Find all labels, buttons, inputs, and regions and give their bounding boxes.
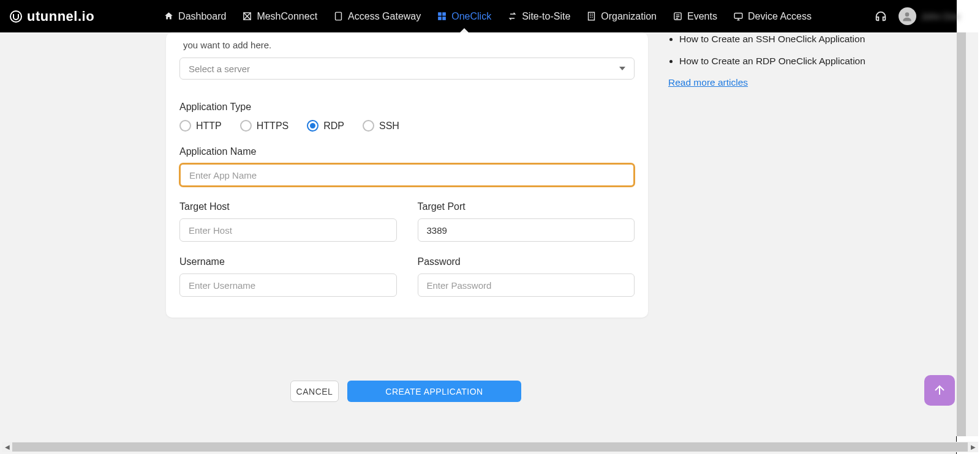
- nav-dashboard-label: Dashboard: [178, 11, 226, 22]
- server-select-placeholder: Select a server: [189, 64, 250, 74]
- nav-items: Dashboard MeshConnect Access Gateway One…: [156, 0, 820, 32]
- svg-rect-5: [438, 17, 442, 20]
- info-text: you want to add here.: [175, 32, 635, 58]
- top-nav: utunnel.io Dashboard MeshConnect Access …: [0, 0, 980, 32]
- password-label: Password: [418, 256, 635, 267]
- create-application-button[interactable]: CREATE APPLICATION: [347, 381, 521, 402]
- grid-icon: [437, 11, 447, 21]
- nav-meshconnect[interactable]: MeshConnect: [234, 0, 325, 32]
- arrow-up-icon: [932, 383, 947, 398]
- radio-https[interactable]: HTTPS: [240, 120, 288, 132]
- svg-point-0: [10, 11, 21, 22]
- create-button-label: CREATE APPLICATION: [385, 387, 483, 396]
- target-port-label: Target Port: [418, 201, 635, 212]
- nav-oneclick-label: OneClick: [451, 11, 491, 22]
- password-input[interactable]: [418, 274, 635, 297]
- form-card: you want to add here. Select a server Ap…: [166, 32, 648, 318]
- target-host-label: Target Host: [179, 201, 397, 212]
- scrollbar-thumb[interactable]: [957, 32, 966, 436]
- chevron-down-icon: [619, 67, 625, 70]
- svg-rect-2: [336, 12, 342, 20]
- nav-events-label: Events: [687, 11, 717, 22]
- app-type-radios: HTTP HTTPS RDP SSH: [179, 120, 635, 132]
- nav-sitetosite-label: Site-to-Site: [522, 11, 570, 22]
- brand-text: utunnel.io: [27, 9, 94, 24]
- help-panel: How to Create an SSH OneClick Applicatio…: [668, 32, 889, 88]
- target-port-input[interactable]: [418, 218, 635, 242]
- scroll-right-arrow[interactable]: ▶: [968, 442, 978, 452]
- radio-icon: [363, 120, 374, 132]
- nav-organization[interactable]: Organization: [578, 0, 665, 32]
- headset-icon[interactable]: [874, 10, 888, 23]
- avatar: [899, 7, 916, 25]
- radio-icon: [240, 120, 252, 132]
- nav-accessgateway-label: Access Gateway: [348, 11, 421, 22]
- server-select[interactable]: Select a server: [179, 58, 635, 80]
- radio-ssh-label: SSH: [379, 121, 399, 132]
- cancel-button[interactable]: CANCEL: [290, 381, 339, 402]
- help-article-rdp[interactable]: How to Create an RDP OneClick Applicatio…: [679, 54, 889, 68]
- app-type-label: Application Type: [179, 102, 635, 113]
- radio-rdp[interactable]: RDP: [307, 120, 344, 132]
- scroll-top-fab[interactable]: [924, 375, 955, 406]
- svg-rect-3: [438, 12, 442, 16]
- nav-accessgateway[interactable]: Access Gateway: [325, 0, 429, 32]
- radio-icon: [179, 120, 191, 132]
- username-label: Username: [179, 256, 397, 267]
- gateway-icon: [333, 11, 344, 21]
- target-host-input[interactable]: [179, 218, 397, 242]
- nav-deviceaccess-label: Device Access: [748, 11, 812, 22]
- svg-rect-9: [734, 13, 742, 19]
- nav-sitetosite[interactable]: Site-to-Site: [499, 0, 578, 32]
- radio-http-label: HTTP: [196, 121, 222, 132]
- username-input[interactable]: [179, 274, 397, 297]
- app-name-label: Application Name: [179, 146, 635, 157]
- vertical-scrollbar[interactable]: [956, 32, 967, 436]
- nav-oneclick[interactable]: OneClick: [429, 0, 499, 32]
- svg-rect-7: [589, 12, 595, 20]
- list-icon: [673, 11, 683, 21]
- cancel-button-label: CANCEL: [296, 387, 333, 396]
- help-article-ssh[interactable]: How to Create an SSH OneClick Applicatio…: [679, 32, 889, 46]
- horizontal-scrollbar[interactable]: ◀ ▶: [2, 442, 978, 452]
- nav-events[interactable]: Events: [665, 0, 725, 32]
- workspace: you want to add here. Select a server Ap…: [2, 32, 978, 436]
- swap-icon: [507, 11, 518, 21]
- monitor-icon: [733, 11, 744, 21]
- home-icon: [164, 11, 174, 21]
- person-icon: [901, 10, 913, 23]
- read-more-link[interactable]: Read more articles: [668, 77, 748, 87]
- radio-http[interactable]: HTTP: [179, 120, 222, 132]
- mesh-icon: [242, 11, 252, 21]
- radio-https-label: HTTPS: [257, 121, 288, 132]
- scrollbar-thumb[interactable]: [12, 442, 968, 452]
- nav-deviceaccess[interactable]: Device Access: [725, 0, 820, 32]
- app-name-input[interactable]: [179, 163, 635, 187]
- radio-icon: [307, 120, 318, 132]
- action-buttons: CANCEL CREATE APPLICATION: [290, 381, 521, 402]
- radio-rdp-label: RDP: [323, 121, 344, 132]
- brand-icon: [9, 9, 23, 24]
- svg-point-10: [905, 12, 910, 17]
- nav-dashboard[interactable]: Dashboard: [156, 0, 234, 32]
- user-name: John Doe: [921, 11, 960, 21]
- nav-organization-label: Organization: [601, 11, 657, 22]
- radio-ssh[interactable]: SSH: [363, 120, 399, 132]
- brand-logo[interactable]: utunnel.io: [9, 9, 94, 24]
- svg-rect-4: [442, 12, 446, 16]
- nav-meshconnect-label: MeshConnect: [257, 11, 317, 22]
- svg-rect-6: [442, 17, 446, 20]
- scroll-left-arrow[interactable]: ◀: [2, 442, 12, 452]
- building-icon: [586, 11, 597, 21]
